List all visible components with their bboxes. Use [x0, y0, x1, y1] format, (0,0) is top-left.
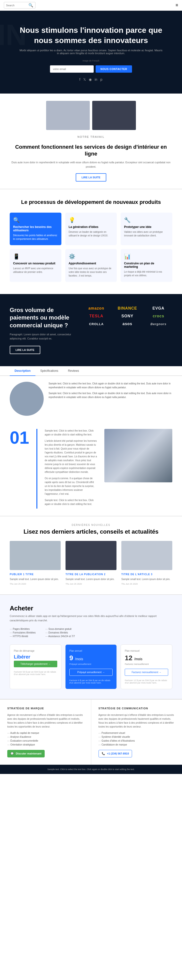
article-number: 01 — [10, 429, 29, 446]
news-section-label: DERNIÈRES NOUVELLES — [10, 523, 172, 526]
hero-img-tag: image de Freepik — [19, 59, 163, 62]
article-small: Sample text. Click to select the text bo… — [45, 429, 97, 437]
work-images — [10, 101, 172, 130]
plan-note-1: Facturer 59 $ par an 594 $ par an de rab… — [14, 671, 57, 676]
work-cta-button[interactable]: LIRE LA SUITE — [76, 173, 106, 181]
process-card-1: 🔍 Rechercher les besoins des utilisateur… — [10, 213, 62, 245]
work-section-label: NOTRE TRAVAIL — [10, 135, 172, 139]
news-body-1: Sample small text. Lorem ipsum dolor sit… — [10, 578, 61, 581]
news-title: Lisez nos derniers articles, conseils et… — [10, 528, 172, 535]
plan-cta-2[interactable]: Prépayé annuellement → — [70, 669, 113, 676]
navbar: 🔍 ≡ — [0, 0, 182, 11]
article-body-1: L'article doivent été portait exprimer l… — [45, 439, 97, 474]
hero-cta-button[interactable]: NOUS CONTACTER — [96, 65, 132, 73]
article-bottom: Sample text. Click to select the text bo… — [45, 498, 97, 506]
strategy-comm-list: Positionnement visuel Système d'identité… — [98, 732, 175, 746]
article-image-container — [104, 429, 172, 482]
footer-text: Sample text. Click to select the text bo… — [47, 768, 135, 770]
plan-note-2-top: Prépayé annuellement — [70, 663, 113, 665]
hero-subtitle: Morbi aliquam ut porttitor leo a diam. A… — [19, 49, 163, 55]
process-card-5-title: Approfondissement — [69, 262, 114, 265]
plan-label-1: Plan de démarrage — [14, 649, 57, 652]
feature-4: Sous-domaine gratuit — [45, 628, 75, 630]
payments-brands: amazon BINANCE EVGA TESLA SONY crocs CRO… — [82, 306, 172, 326]
plan-period-3: /mois — [134, 657, 142, 661]
comm-item-1: Positionnement visuel — [98, 732, 175, 734]
tabs-bar: Description Spécifications Reviews — [0, 366, 182, 376]
process-card-2-body: Devenez un leader de catégorie en utilis… — [69, 230, 114, 237]
brand-item-4: Orientation stratégique — [7, 743, 84, 746]
news-date-3: Thu Jun 25 2020 — [121, 582, 172, 586]
brand-crocs: crocs — [145, 314, 172, 318]
process-card-1-body: Découvrez les points faibles et améliore… — [13, 234, 58, 241]
social-twitter[interactable]: 𝕏 — [83, 78, 86, 81]
strategy-brand-intro: Agence de recrutement qui s'efforce d'ét… — [7, 713, 84, 729]
payments-body: Paragraph: Lorem ipsum dolor sit amet, c… — [10, 332, 73, 341]
tabs-section: Description Spécifications Reviews Sampl… — [0, 366, 182, 422]
hamburger-menu[interactable]: ≡ — [176, 3, 178, 8]
social-linkedin[interactable]: in — [95, 78, 97, 81]
strategy-brand-cta[interactable]: 💬 Discuter maintenant — [7, 750, 45, 757]
tab-specifications[interactable]: Spécifications — [35, 366, 63, 375]
search-input[interactable] — [6, 4, 28, 7]
process-grid: 🔍 Rechercher les besoins des utilisateur… — [10, 213, 172, 282]
news-section: DERNIÈRES NOUVELLES Lisez nos derniers a… — [0, 516, 182, 595]
news-card-2: TITRE DE LA PUBLICATION 2 Sample small t… — [65, 541, 117, 587]
process-card-6-title: Construire un plan de marketing — [124, 262, 169, 269]
process-icon-3: 🔧 — [124, 217, 169, 223]
news-date-1: Thu Jun 25 2020 — [10, 582, 61, 586]
tab-description[interactable]: Description — [10, 366, 35, 376]
process-card-5-body: Une fois que vous avez un prototype de v… — [69, 267, 114, 277]
social-facebook[interactable]: f — [79, 78, 80, 81]
plan-price-3: 12 /mois — [125, 654, 168, 662]
plan-period-2: /mois — [75, 657, 83, 661]
whatsapp-icon: 💬 — [10, 752, 14, 755]
feature-5: Domaines illimités — [45, 631, 75, 634]
process-card-6: 📊 Construire un plan de marketing Le ris… — [120, 249, 172, 282]
social-instagram[interactable]: ◉ — [89, 78, 92, 81]
plan-note-3: Facturer 12 $ par an 594 $ par an de rab… — [125, 679, 168, 684]
payments-left: Gros volume de paiements ou modèle comme… — [10, 306, 73, 354]
hero-section: IN Nous stimulons l'innovation parce que… — [0, 11, 182, 94]
feature-1: Pages illimitées — [10, 628, 36, 630]
pricing-title: Acheter — [10, 605, 172, 612]
process-icon-5: ⚙️ — [69, 253, 114, 260]
process-card-3-body: Validez vos idées avec un prototype inno… — [124, 230, 169, 237]
comm-item-2: Système d'identité visuelle — [98, 735, 175, 738]
process-card-4-body: Lancez un MVP avec une expérience utilis… — [13, 267, 58, 274]
work-section: NOTRE TRAVAIL Comment fonctionnent les s… — [0, 94, 182, 189]
brand-asos: asos — [114, 322, 141, 326]
payments-cta-button[interactable]: LIRE LA SUITE — [10, 346, 40, 354]
strategy-comm-cta[interactable]: 📞 +1 (234) 567-8910 — [98, 750, 132, 757]
process-card-5: ⚙️ Approfondissement Une fois que vous a… — [65, 249, 117, 282]
process-icon-2: 💡 — [69, 217, 114, 223]
comm-item-3: Guides d'idées et d'illustrations — [98, 740, 175, 742]
tab-content-area: Sample text. Click to select the text bo… — [0, 376, 182, 422]
social-pinterest[interactable]: 𝕡 — [100, 78, 103, 81]
tab-image — [10, 382, 44, 416]
strategy-brand-col: STRATÉGIE DE MARQUE Agence de recrutemen… — [0, 700, 91, 765]
plan-cta-3[interactable]: Facturez mensuellement → — [125, 669, 168, 676]
work-img-2 — [92, 101, 136, 130]
search-bar[interactable]: 🔍 — [4, 2, 35, 8]
brand-crolla: CROLLA — [82, 322, 110, 326]
work-img-1 — [46, 101, 90, 130]
brand-item-1: Audit du capital de marque — [7, 732, 84, 734]
footer-bar: Sample text. Click to select the text bo… — [0, 765, 182, 774]
strategy-comm-intro: Agence de recrutement qui s'efforce d'ét… — [98, 713, 175, 729]
comm-item-4: Candidature de marque — [98, 743, 175, 746]
plan-price-value-2: 9 — [70, 654, 73, 662]
payments-title: Gros volume de paiements ou modèle comme… — [10, 306, 73, 329]
hero-email-input[interactable] — [50, 65, 94, 73]
brand-sony: SONY — [114, 314, 141, 318]
plan-cta-1[interactable]: Télécharger gratuitement → — [14, 661, 57, 667]
brand-binance: BINANCE — [114, 306, 141, 310]
process-title: Le processus de développement de nouveau… — [10, 199, 172, 205]
pricing-subtitle: Commencez à utiliser static.app en tant … — [10, 614, 172, 622]
hero-title: Nous stimulons l'innovation parce que no… — [19, 25, 163, 45]
tab-reviews[interactable]: Reviews — [63, 366, 84, 375]
news-grid: PUBLIER 1 TITRE Sample small text. Lorem… — [10, 541, 172, 587]
pricing-features-right: Sous-domaine gratuit Domaines illimités … — [45, 628, 75, 639]
hero-social: f 𝕏 ◉ in 𝕡 — [19, 78, 163, 81]
process-card-1-title: Rechercher les besoins des utilisateurs — [13, 225, 58, 232]
